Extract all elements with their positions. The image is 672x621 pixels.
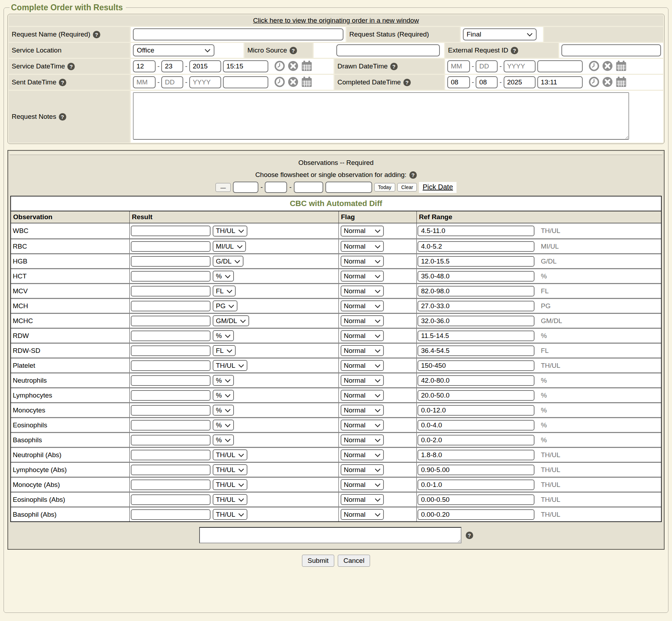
help-icon[interactable]: ? [59,113,66,121]
result-input[interactable] [131,241,211,252]
time-picker-button[interactable] [589,61,599,72]
result-input[interactable] [131,494,211,505]
flag-select[interactable]: Normal [341,464,384,475]
ref-range-input[interactable] [418,345,534,356]
calendar-picker-button[interactable] [616,61,627,72]
ref-range-input[interactable] [418,375,534,386]
result-unit-select[interactable]: % [213,405,234,416]
clear-datetime-button[interactable] [288,61,298,72]
ref-range-input[interactable] [418,241,534,252]
flag-select[interactable]: Normal [341,271,384,282]
flag-select[interactable]: Normal [341,375,384,386]
drawn-month-input[interactable] [447,60,470,72]
result-input[interactable] [131,271,211,282]
ref-range-input[interactable] [418,509,534,520]
result-unit-select[interactable]: TH/UL [213,494,247,505]
sent-year-input[interactable] [189,76,221,88]
clear-datetime-button[interactable] [602,61,613,72]
result-unit-select[interactable]: FL [213,285,236,296]
result-input[interactable] [131,375,211,386]
ref-range-input[interactable] [418,479,534,490]
ref-range-input[interactable] [418,301,534,311]
result-input[interactable] [131,331,211,341]
cancel-button[interactable]: Cancel [338,555,370,567]
ref-range-input[interactable] [418,390,534,401]
submit-button[interactable]: Submit [302,555,334,567]
service-location-select[interactable]: Office [133,44,214,56]
help-icon[interactable]: ? [390,63,398,70]
clear-datetime-button[interactable] [602,77,613,88]
obs-date-day-input[interactable] [265,182,287,193]
result-unit-select[interactable]: TH/UL [213,464,247,475]
help-icon[interactable]: ? [290,47,297,54]
result-input[interactable] [131,226,211,236]
ref-range-input[interactable] [418,271,534,282]
result-unit-select[interactable]: % [213,434,234,445]
ref-range-input[interactable] [418,360,534,371]
ref-range-input[interactable] [418,494,534,505]
result-input[interactable] [131,360,211,371]
ref-range-input[interactable] [418,465,534,475]
help-icon[interactable]: ? [511,47,518,54]
observation-comment-textarea[interactable] [199,527,461,543]
ref-range-input[interactable] [418,256,534,267]
sent-time-input[interactable] [223,76,268,88]
flag-select[interactable]: Normal [341,300,384,311]
ref-range-input[interactable] [418,405,534,416]
obs-date-time-input[interactable] [325,182,372,193]
service-day-input[interactable] [161,60,183,72]
remove-observation-button[interactable]: — [215,183,231,192]
flag-select[interactable]: Normal [341,241,384,252]
originating-order-link[interactable]: Click here to view the originating order… [253,17,419,24]
ref-range-input[interactable] [418,450,534,460]
help-icon[interactable]: ? [93,31,100,38]
ref-range-input[interactable] [418,316,534,326]
result-unit-select[interactable]: FL [213,345,236,356]
flag-select[interactable]: Normal [341,345,384,356]
flag-select[interactable]: Normal [341,509,384,520]
result-input[interactable] [131,286,211,296]
result-unit-select[interactable]: GM/DL [213,315,249,326]
calendar-picker-button[interactable] [616,77,627,88]
completed-month-input[interactable] [447,76,470,88]
completed-day-input[interactable] [476,76,498,88]
drawn-day-input[interactable] [476,60,498,72]
clear-datetime-button[interactable] [288,77,298,88]
ref-range-input[interactable] [418,331,534,341]
result-input[interactable] [131,301,211,311]
result-unit-select[interactable]: % [213,375,234,386]
request-notes-textarea[interactable] [133,92,629,140]
result-input[interactable] [131,256,211,267]
result-unit-select[interactable]: G/DL [213,256,243,267]
flag-select[interactable]: Normal [341,285,384,296]
result-unit-select[interactable]: MI/UL [213,241,246,252]
service-month-input[interactable] [133,60,156,72]
pick-date-link[interactable]: Pick Date [422,183,453,191]
flag-select[interactable]: Normal [341,449,384,460]
flag-select[interactable]: Normal [341,479,384,490]
flag-select[interactable]: Normal [341,330,384,341]
service-year-input[interactable] [189,60,221,72]
request-status-select[interactable]: Final [463,28,537,40]
micro-source-input[interactable] [336,44,440,56]
help-icon[interactable]: ? [409,171,417,179]
time-picker-button[interactable] [274,77,285,88]
result-input[interactable] [131,509,211,520]
flag-select[interactable]: Normal [341,360,384,371]
clear-button[interactable]: Clear [397,183,417,192]
completed-year-input[interactable] [504,76,536,88]
help-icon[interactable]: ? [67,63,75,70]
drawn-year-input[interactable] [504,60,536,72]
drawn-time-input[interactable] [537,60,583,72]
result-unit-select[interactable]: % [213,330,234,341]
flag-select[interactable]: Normal [341,420,384,431]
sent-month-input[interactable] [133,76,156,88]
result-input[interactable] [131,345,211,356]
flag-select[interactable]: Normal [341,315,384,326]
time-picker-button[interactable] [274,61,285,72]
flag-select[interactable]: Normal [341,405,384,416]
result-unit-select[interactable]: TH/UL [213,449,247,460]
result-unit-select[interactable]: TH/UL [213,226,247,237]
result-input[interactable] [131,465,211,475]
result-input[interactable] [131,420,211,431]
